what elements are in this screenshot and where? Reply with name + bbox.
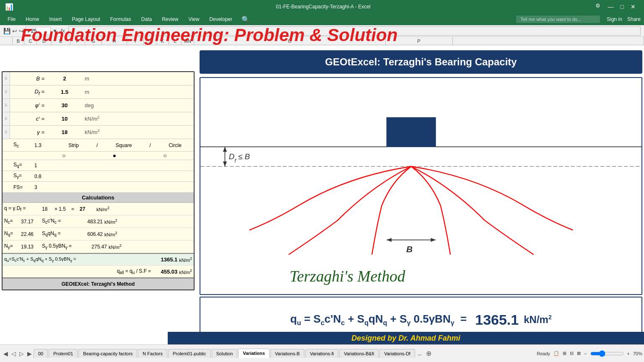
col-O: O bbox=[194, 37, 386, 45]
col-F: F bbox=[70, 37, 85, 45]
col-J: J bbox=[144, 37, 156, 45]
share-button[interactable]: Share bbox=[627, 16, 641, 22]
maximize-button[interactable]: □ bbox=[617, 3, 627, 11]
search-input[interactable] bbox=[516, 16, 600, 23]
tab-view[interactable]: View bbox=[184, 15, 204, 24]
diagram-area: Df ≤ B B Terzaghi's Method bbox=[200, 77, 642, 295]
redo-icon[interactable]: ↪ bbox=[19, 28, 24, 34]
main-content: ⠿ B = 2 m ⠿ Df = 1.5 m ⠿ φ' = 30 deg bbox=[0, 45, 644, 344]
tab-scroll-next[interactable]: ▷ bbox=[18, 350, 26, 357]
sheet-tab-00[interactable]: 00 bbox=[34, 349, 48, 358]
circle-label: Circle bbox=[169, 142, 182, 148]
title-bar: 📊 01-FE-BearingCapacity-Terzaghi-A - Exc… bbox=[0, 0, 644, 13]
bearing-diagram: Df ≤ B B Terzaghi's Method bbox=[200, 78, 641, 294]
tab-insert[interactable]: Insert bbox=[45, 15, 66, 24]
ribbon: File Home Insert Page Layout Formulas Da… bbox=[0, 13, 644, 25]
column-headers: B C D E F G H I J K L MN O P bbox=[0, 37, 644, 45]
zoom-out-icon[interactable]: − bbox=[584, 351, 587, 356]
tab-page-layout[interactable]: Page Layout bbox=[68, 15, 104, 24]
normal-view-icon[interactable]: ⊞ bbox=[563, 351, 566, 356]
sheet-tab-n-factors[interactable]: N Factors bbox=[138, 349, 167, 358]
sheet-tab-variations-fi[interactable]: Variations-fi bbox=[305, 349, 338, 358]
svg-rect-2 bbox=[387, 117, 436, 147]
input-row-phi: ⠿ φ' = 30 deg bbox=[3, 99, 194, 112]
circle-radio[interactable]: ○ bbox=[163, 152, 166, 159]
input-row-c: ⠿ c' = 10 kN/m2 bbox=[3, 112, 194, 126]
row-handle-8: ⠿ bbox=[3, 112, 10, 125]
col-P: P bbox=[386, 37, 453, 45]
qu-calc-row: qu=Scc'Nc + SqqNq + Sγ 0.5γBNγ = 1365.1 … bbox=[3, 253, 194, 266]
sheet-tab-prolem01-public[interactable]: Prolem01-public bbox=[168, 349, 210, 358]
square-label: Square bbox=[116, 142, 132, 148]
tab-scroll-right[interactable]: ▶ bbox=[26, 350, 34, 357]
zoom-in-icon[interactable]: + bbox=[627, 351, 630, 356]
q-calc-row: q = γ.Df = 18 × 1.5 = 27 kN/m2 bbox=[3, 203, 194, 215]
sheet-tab-variations-bfi[interactable]: Variations-B&fi bbox=[339, 349, 379, 358]
sc-row: Sc 1.3 Strip / Square / Circle bbox=[3, 139, 194, 152]
sy-row: Sγ= 0.8 bbox=[3, 171, 194, 182]
sheet-tab-variations-b[interactable]: Variations-B bbox=[270, 349, 304, 358]
svg-text:Terzaghi's Method: Terzaghi's Method bbox=[290, 268, 405, 285]
main-title: GEOtExcel: Terzaghi's Bearing Capacity bbox=[325, 56, 517, 67]
svg-text:B: B bbox=[406, 244, 413, 254]
sign-in-button[interactable]: Sign in bbox=[607, 16, 622, 22]
shape-radio-row: ○ ● ○ bbox=[3, 152, 194, 160]
col-G: G bbox=[85, 37, 102, 45]
col-E: E bbox=[52, 37, 70, 45]
col-B: B bbox=[13, 37, 24, 45]
sheet-tab-solution[interactable]: Solution bbox=[212, 349, 238, 358]
sheet-tab-variations-df[interactable]: Variations-Df bbox=[379, 349, 415, 358]
sheet-tab-bearing-capacity[interactable]: Bearing-capacity factors bbox=[78, 349, 137, 358]
undo-icon[interactable]: ↩ bbox=[12, 28, 17, 34]
save-icon[interactable]: 💾 bbox=[3, 28, 10, 34]
sq-row: Sq= 1 bbox=[3, 160, 194, 171]
tab-scroll-left[interactable]: ◀ bbox=[2, 350, 10, 357]
calculations-header: Calculations bbox=[3, 193, 194, 203]
nc-calc-row: Nc= 37.17 Scc'Nc = 483.21 kN/m2 bbox=[3, 215, 194, 228]
window-controls: ⚙ — □ ✕ bbox=[591, 3, 639, 11]
svg-marker-10 bbox=[431, 238, 436, 242]
left-panel: ⠿ B = 2 m ⠿ Df = 1.5 m ⠿ φ' = 30 deg bbox=[2, 50, 195, 343]
tab-developer[interactable]: Developer bbox=[205, 15, 236, 24]
page-layout-icon[interactable]: ⊟ bbox=[570, 351, 574, 356]
svg-marker-9 bbox=[387, 238, 392, 242]
tab-scroll-prev[interactable]: ◁ bbox=[10, 350, 18, 357]
right-panel: GEOtExcel: Terzaghi's Bearing Capacity bbox=[200, 50, 642, 343]
more-tabs-button[interactable]: ... bbox=[416, 351, 423, 357]
qall-calc-row: qall = qu / S.F = 455.03 kN/m2 bbox=[3, 266, 194, 278]
square-radio[interactable]: ● bbox=[113, 152, 116, 159]
sheet-tab-prolem01[interactable]: Prolem01 bbox=[49, 349, 78, 358]
strip-radio[interactable]: ○ bbox=[62, 152, 65, 159]
close-button[interactable]: ✕ bbox=[627, 3, 639, 11]
col-I: I bbox=[127, 37, 144, 45]
sheet-tab-variations[interactable]: Variations bbox=[238, 349, 270, 358]
ny-calc-row: Nγ= 19.13 Sγ 0.5γBNγ = 275.47 kN/m2 bbox=[3, 240, 194, 253]
quick-access-toolbar: 💾 ↩ ↪ bbox=[3, 28, 24, 34]
designer-credit: Designed by Dr. Ahmad Fahmi bbox=[168, 332, 644, 344]
expand-formula-icon[interactable]: ▼ bbox=[52, 28, 57, 34]
nq-calc-row: Nq= 22.46 SqqNq = 606.42 kN/m2 bbox=[3, 228, 194, 240]
cell-reference-box[interactable] bbox=[26, 27, 51, 35]
svg-marker-5 bbox=[223, 147, 227, 152]
add-sheet-button[interactable]: ⊕ bbox=[423, 349, 434, 357]
col-D: D bbox=[37, 37, 52, 45]
strip-label: Strip bbox=[68, 142, 79, 148]
tab-review[interactable]: Review bbox=[158, 15, 182, 24]
page-break-icon[interactable]: ⊠ bbox=[577, 351, 581, 356]
minimize-button[interactable]: — bbox=[605, 3, 617, 11]
col-C: C bbox=[24, 37, 37, 45]
search-icon: 🔍 bbox=[242, 16, 250, 23]
formula-input[interactable] bbox=[68, 26, 641, 36]
excel-icon: 📊 bbox=[5, 3, 13, 11]
tab-home[interactable]: Home bbox=[21, 15, 43, 24]
status-icon: 📋 bbox=[553, 351, 559, 356]
zoom-slider[interactable] bbox=[590, 350, 624, 357]
formula-bar: 💾 ↩ ↪ ▼ fx bbox=[0, 25, 644, 37]
input-row-gamma: ⠿ γ = 18 kN/m3 bbox=[3, 126, 194, 139]
tab-file[interactable]: File bbox=[3, 15, 20, 24]
calculation-table: ⠿ B = 2 m ⠿ Df = 1.5 m ⠿ φ' = 30 deg bbox=[2, 71, 195, 290]
tab-data[interactable]: Data bbox=[137, 15, 156, 24]
settings-icon[interactable]: ⚙ bbox=[591, 3, 605, 11]
row-handle-5: ⠿ bbox=[3, 72, 10, 85]
tab-formulas[interactable]: Formulas bbox=[106, 15, 135, 24]
